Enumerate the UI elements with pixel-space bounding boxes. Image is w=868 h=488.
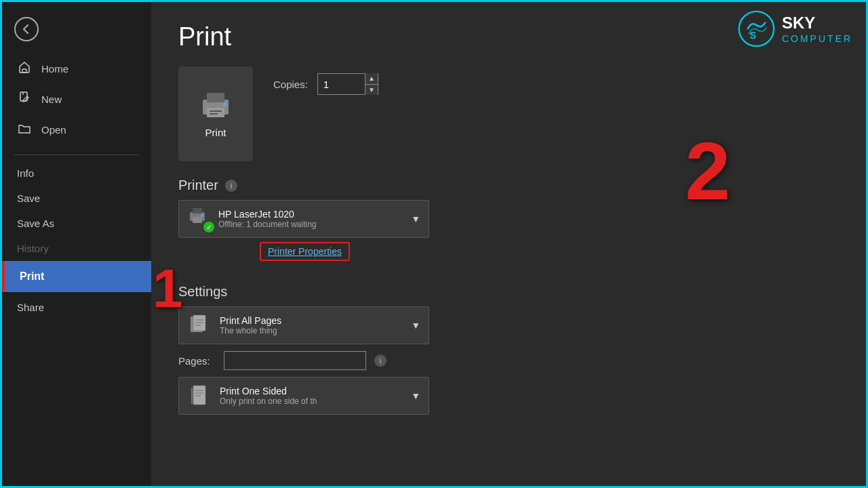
print-one-sided-label: Print One Sided	[220, 386, 411, 396]
pages-icon	[187, 313, 212, 338]
svg-rect-7	[210, 110, 222, 112]
sky-logo-icon: S	[738, 10, 775, 47]
sidebar-home-label: Home	[41, 63, 68, 75]
printer-section: Printer i ✓ HP LaserJet 1	[178, 178, 839, 272]
sidebar-item-saveas[interactable]: Save As	[2, 211, 151, 236]
new-icon	[17, 91, 32, 108]
print-one-sided-dropdown[interactable]: Print One Sided Only print on one side o…	[178, 377, 429, 415]
copies-section: Copies: ▲ ▼	[273, 73, 378, 95]
sidebar-item-save[interactable]: Save	[2, 186, 151, 211]
sidebar-item-new[interactable]: New	[2, 84, 151, 115]
sidebar-save-label: Save	[17, 192, 40, 204]
copies-label: Copies:	[273, 79, 308, 90]
sky-logo: S SKY COMPUTER	[738, 10, 852, 47]
printer-properties-link[interactable]: Printer Properties	[260, 242, 350, 261]
printer-icon-wrap: ✓	[187, 207, 212, 231]
copies-input-wrapper: ▲ ▼	[317, 73, 378, 95]
one-sided-icon	[187, 384, 212, 408]
computer-text: COMPUTER	[782, 33, 852, 45]
settings-section: Settings Print All Pages The whole thing	[178, 284, 839, 415]
svg-point-13	[201, 214, 203, 217]
print-all-pages-dropdown[interactable]: Print All Pages The whole thing ▼	[178, 306, 429, 344]
copies-decrement[interactable]: ▼	[366, 85, 378, 96]
print-btn-label: Print	[205, 127, 226, 138]
sky-text: SKY	[782, 14, 852, 33]
printer-icon	[197, 90, 234, 120]
settings-section-label: Settings	[178, 284, 839, 300]
pages-label: Pages:	[178, 355, 216, 367]
print-all-pages-text: Print All Pages The whole thing	[220, 315, 411, 336]
pages-input[interactable]	[224, 351, 366, 370]
sidebar-print-label: Print	[20, 270, 44, 282]
home-icon	[17, 60, 32, 77]
svg-rect-5	[207, 93, 224, 102]
printer-small-icon	[187, 207, 208, 224]
print-one-sided-text: Print One Sided Only print on one side o…	[220, 386, 411, 406]
green-check-icon: ✓	[203, 222, 214, 232]
sky-logo-text: SKY COMPUTER	[782, 14, 852, 45]
print-all-pages-sub: The whole thing	[220, 326, 411, 336]
sidebar-item-info[interactable]: Info	[2, 161, 151, 186]
svg-rect-12	[193, 217, 202, 223]
print-button[interactable]: Print	[178, 66, 253, 161]
pages-info-icon[interactable]: i	[374, 354, 387, 367]
back-icon[interactable]	[14, 17, 39, 41]
copies-input[interactable]	[318, 79, 365, 90]
sidebar-open-label: Open	[41, 124, 66, 136]
sidebar: Home New Open	[2, 2, 151, 486]
copies-increment[interactable]: ▲	[366, 73, 378, 85]
svg-text:S: S	[749, 30, 756, 41]
svg-point-9	[223, 102, 226, 106]
printer-dropdown-arrow: ▼	[411, 214, 420, 224]
sidebar-history-label: History	[17, 243, 49, 254]
sidebar-info-label: Info	[17, 167, 34, 179]
svg-rect-11	[193, 208, 202, 214]
sidebar-new-label: New	[41, 94, 62, 105]
printer-info-icon[interactable]: i	[225, 180, 237, 192]
copies-spinner: ▲ ▼	[365, 73, 378, 95]
print-all-pages-label: Print All Pages	[220, 315, 411, 326]
svg-rect-19	[193, 386, 205, 405]
sidebar-nav: Home New Open	[2, 49, 151, 149]
printer-status: Offline: 1 document waiting	[218, 220, 317, 229]
sidebar-item-history[interactable]: History	[2, 236, 151, 261]
print-all-dropdown-arrow: ▼	[411, 320, 420, 331]
sidebar-saveas-label: Save As	[17, 218, 54, 229]
sidebar-divider	[14, 155, 139, 155]
print-one-sided-sub: Only print on one side of th	[220, 396, 411, 406]
pages-row: Pages: i	[178, 351, 839, 370]
print-area: Print Copies: ▲ ▼	[178, 66, 839, 161]
sidebar-item-open[interactable]: Open	[2, 115, 151, 145]
printer-name: HP LaserJet 1020	[218, 209, 317, 220]
sidebar-item-print[interactable]: Print	[2, 261, 151, 292]
printer-section-label: Printer i	[178, 178, 839, 193]
svg-rect-6	[207, 108, 224, 117]
svg-rect-8	[210, 113, 218, 115]
sidebar-item-share[interactable]: Share	[2, 295, 151, 320]
printer-dropdown[interactable]: ✓ HP LaserJet 1020 Offline: 1 document w…	[178, 200, 429, 238]
open-icon	[17, 121, 32, 138]
back-button[interactable]	[2, 9, 151, 49]
print-one-sided-arrow: ▼	[411, 390, 420, 401]
main-content: S SKY COMPUTER Print Print	[151, 2, 866, 486]
printer-icon-area: ✓ HP LaserJet 1020 Offline: 1 document w…	[187, 207, 411, 231]
sidebar-share-label: Share	[17, 302, 44, 313]
printer-info: HP LaserJet 1020 Offline: 1 document wai…	[218, 209, 317, 229]
sidebar-item-home[interactable]: Home	[2, 54, 151, 84]
